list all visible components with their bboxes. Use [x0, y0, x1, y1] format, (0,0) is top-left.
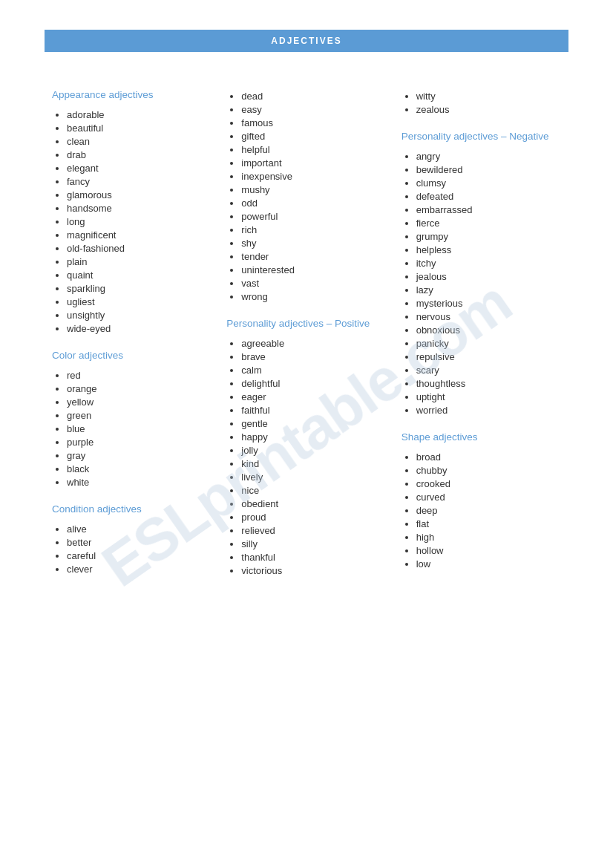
list-item: vast: [241, 276, 386, 290]
list-item: plain: [67, 255, 212, 268]
list-item: fancy: [67, 174, 212, 188]
list-item: gray: [67, 448, 212, 462]
list-item: wide-eyed: [67, 322, 212, 335]
list-item: embarrassed: [416, 203, 561, 216]
list-item: careful: [67, 549, 212, 562]
adjective-list: redorangeyellowgreenbluepurplegrayblackw…: [52, 368, 212, 489]
list-item: brave: [241, 350, 386, 363]
list-item: clumsy: [416, 176, 561, 189]
list-item: powerful: [241, 209, 386, 223]
adjective-list: angrybewilderedclumsydefeatedembarrassed…: [401, 149, 561, 417]
list-item: crooked: [416, 477, 561, 490]
list-item: blue: [67, 422, 212, 435]
adjective-list: wittyzealous: [401, 89, 561, 116]
list-item: dead: [241, 89, 386, 102]
list-item: yellow: [67, 395, 212, 408]
list-item: famous: [241, 116, 386, 129]
list-item: handsome: [67, 201, 212, 215]
list-item: hollow: [416, 544, 561, 557]
adjective-list: adorablebeautifulcleandrabelegantfancygl…: [52, 108, 212, 335]
list-item: better: [67, 535, 212, 549]
list-item: black: [67, 462, 212, 475]
list-item: sparkling: [67, 281, 212, 295]
list-item: uninterested: [241, 263, 386, 276]
list-item: long: [67, 215, 212, 228]
list-item: orange: [67, 382, 212, 395]
list-item: adorable: [67, 108, 212, 121]
list-item: angry: [416, 149, 561, 163]
list-item: drab: [67, 148, 212, 161]
list-item: witty: [416, 89, 561, 102]
list-item: uptight: [416, 390, 561, 403]
column-3: wittyzealousPersonality adjectives – Neg…: [394, 74, 568, 578]
list-item: high: [416, 530, 561, 544]
list-item: green: [67, 408, 212, 422]
list-item: gentle: [241, 417, 386, 430]
list-item: nice: [241, 483, 386, 497]
section-heading: Personality adjectives – Positive: [226, 318, 386, 329]
list-item: wrong: [241, 290, 386, 303]
list-item: white: [67, 475, 212, 489]
list-item: unsightly: [67, 308, 212, 322]
list-item: delightful: [241, 376, 386, 390]
list-item: gifted: [241, 129, 386, 143]
section-heading: Personality adjectives – Negative: [401, 131, 561, 142]
list-item: lively: [241, 470, 386, 483]
adjective-list: deadeasyfamousgiftedhelpfulimportantinex…: [226, 89, 386, 303]
list-item: tender: [241, 249, 386, 263]
list-item: repulsive: [416, 350, 561, 363]
list-item: rich: [241, 223, 386, 236]
list-item: helpful: [241, 143, 386, 156]
list-item: relieved: [241, 523, 386, 537]
list-item: scary: [416, 363, 561, 376]
list-item: glamorous: [67, 188, 212, 201]
adjective-list: broadchubbycrookedcurveddeepflathighholl…: [401, 450, 561, 570]
list-item: mushy: [241, 183, 386, 196]
list-item: happy: [241, 430, 386, 443]
list-item: purple: [67, 435, 212, 448]
list-item: fierce: [416, 216, 561, 229]
list-item: grumpy: [416, 229, 561, 243]
list-item: silly: [241, 537, 386, 550]
list-item: eager: [241, 390, 386, 403]
list-item: proud: [241, 510, 386, 523]
list-item: old-fashioned: [67, 241, 212, 255]
adjective-list: alivebettercarefulclever: [52, 522, 212, 575]
list-item: chubby: [416, 463, 561, 477]
list-item: bewildered: [416, 163, 561, 176]
column-2: deadeasyfamousgiftedhelpfulimportantinex…: [219, 74, 393, 584]
list-item: clean: [67, 134, 212, 148]
list-item: ugliest: [67, 295, 212, 308]
list-item: thankful: [241, 550, 386, 564]
list-item: obnoxious: [416, 323, 561, 336]
list-item: inexpensive: [241, 169, 386, 183]
section-heading: Condition adjectives: [52, 503, 212, 515]
list-item: nervous: [416, 310, 561, 323]
section-heading: Shape adjectives: [401, 431, 561, 443]
list-item: important: [241, 156, 386, 169]
list-item: deep: [416, 503, 561, 517]
list-item: defeated: [416, 189, 561, 203]
list-item: thoughtless: [416, 376, 561, 390]
list-item: broad: [416, 450, 561, 463]
list-item: obedient: [241, 497, 386, 510]
list-item: shy: [241, 236, 386, 249]
list-item: beautiful: [67, 121, 212, 134]
section-heading: Color adjectives: [52, 350, 212, 361]
section-heading: Appearance adjectives: [52, 89, 212, 100]
adjective-list: agreeablebravecalmdelightfuleagerfaithfu…: [226, 336, 386, 577]
list-item: red: [67, 368, 212, 382]
main-columns: Appearance adjectivesadorablebeautifulcl…: [45, 74, 568, 584]
list-item: kind: [241, 457, 386, 470]
list-item: helpless: [416, 243, 561, 256]
column-1: Appearance adjectivesadorablebeautifulcl…: [45, 74, 219, 583]
list-item: alive: [67, 522, 212, 535]
list-item: clever: [67, 562, 212, 575]
list-item: elegant: [67, 161, 212, 174]
list-item: jolly: [241, 443, 386, 457]
list-item: itchy: [416, 256, 561, 270]
list-item: mysterious: [416, 296, 561, 310]
list-item: worried: [416, 403, 561, 417]
list-item: lazy: [416, 283, 561, 296]
list-item: flat: [416, 517, 561, 530]
